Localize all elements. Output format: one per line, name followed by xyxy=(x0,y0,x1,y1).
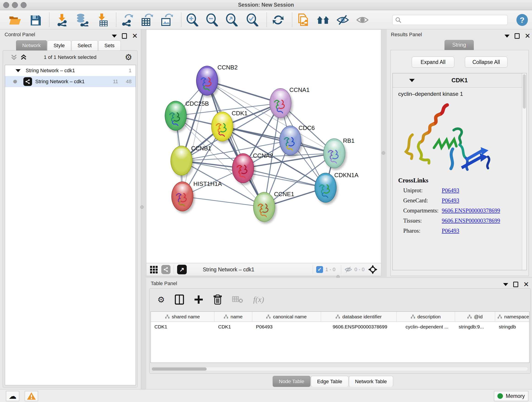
show-all-eye-icon[interactable] xyxy=(356,13,369,26)
table-cell[interactable]: 9606.ENSP00000378699 xyxy=(321,322,397,332)
column-header-id[interactable]: @id xyxy=(455,312,495,322)
tab-node-table[interactable]: Node Table xyxy=(273,376,310,387)
panel-menu-icon[interactable] xyxy=(503,283,508,286)
zoom-selected-icon[interactable] xyxy=(246,13,259,26)
open-session-icon[interactable] xyxy=(9,13,22,26)
gene-header[interactable]: CDK1 xyxy=(393,73,526,88)
network-node-cdk1[interactable] xyxy=(211,112,233,141)
tab-select[interactable]: Select xyxy=(71,40,98,51)
table-options-gear-icon[interactable]: ⚙ xyxy=(157,295,165,304)
network-node-cdc6[interactable] xyxy=(279,126,301,155)
crosslink-link[interactable]: P06493 xyxy=(442,187,459,194)
results-scrollbar[interactable] xyxy=(522,73,526,270)
tab-network[interactable]: Network xyxy=(16,40,47,51)
save-session-icon[interactable] xyxy=(29,13,42,26)
zoom-in-icon[interactable] xyxy=(186,13,199,26)
network-node-ccna2[interactable] xyxy=(232,153,254,183)
add-column-icon[interactable] xyxy=(194,295,203,304)
panel-close-icon[interactable]: ✕ xyxy=(525,33,530,39)
gene-collapse-icon[interactable] xyxy=(409,79,415,82)
protein-structure-thumbnail xyxy=(175,188,191,208)
panel-float-icon[interactable] xyxy=(122,33,127,39)
panel-float-icon[interactable] xyxy=(515,33,520,39)
panel-menu-icon[interactable] xyxy=(505,35,510,38)
first-neighbors-icon[interactable] xyxy=(317,13,329,26)
crosslink-link[interactable]: P06493 xyxy=(442,197,459,204)
table-cell[interactable]: cyclin–dependent ... xyxy=(397,322,455,332)
tab-string[interactable]: String xyxy=(444,40,474,50)
table-cell[interactable]: CDK1 xyxy=(151,322,215,332)
crosslink-link[interactable]: 9606.ENSP00000378699 xyxy=(442,207,500,214)
network-node-ccnb2[interactable] xyxy=(196,66,218,96)
network-edge[interactable] xyxy=(182,81,207,196)
tab-network-table[interactable]: Network Table xyxy=(349,376,393,387)
network-node-hist1h1a[interactable] xyxy=(171,182,193,211)
column-header-namespace[interactable]: namespace xyxy=(495,312,530,322)
network-node-cdkn1a[interactable] xyxy=(315,173,336,203)
current-network-title: String Network – cdk1 xyxy=(203,267,310,273)
warnings-button[interactable] xyxy=(25,391,38,401)
open-in-new-window-icon[interactable]: ↗ xyxy=(177,265,187,274)
network-edge[interactable] xyxy=(222,127,334,153)
column-header-database-identifier[interactable]: database identifier xyxy=(321,312,397,322)
duplicate-network-icon[interactable] xyxy=(297,13,310,26)
column-header-name[interactable]: name xyxy=(215,312,252,322)
left-splitter-handle[interactable] xyxy=(140,205,144,209)
network-edge[interactable] xyxy=(207,81,280,103)
import-network-database-icon[interactable] xyxy=(76,13,89,26)
column-header-shared-name[interactable]: shared name xyxy=(151,312,215,322)
apply-layout-refresh-icon[interactable] xyxy=(272,13,285,26)
zoom-out-icon[interactable] xyxy=(206,13,219,26)
panel-menu-icon[interactable] xyxy=(112,35,117,38)
table-cell[interactable]: stringdb xyxy=(495,322,530,332)
network-node-ccnb1[interactable] xyxy=(171,146,192,176)
collapse-all-button[interactable]: Collapse All xyxy=(465,57,507,68)
table-horizontal-scrollbar[interactable] xyxy=(151,367,528,371)
table-row[interactable]: CDK1CDK1P064939606.ENSP00000378699cyclin… xyxy=(151,322,529,332)
selected-checkbox-icon[interactable]: ✓ xyxy=(316,266,323,273)
cloud-status-button[interactable]: ☁ xyxy=(6,391,19,401)
delete-column-icon[interactable] xyxy=(213,294,222,305)
network-node-ccne1[interactable] xyxy=(253,192,275,222)
export-network-icon[interactable] xyxy=(121,13,134,26)
network-collection-row[interactable]: String Network – cdk1 1 xyxy=(5,65,136,76)
export-image-icon[interactable] xyxy=(160,13,173,26)
network-edge[interactable] xyxy=(182,196,264,207)
network-row[interactable]: String Network – cdk1 11 48 xyxy=(5,76,136,87)
export-table-icon[interactable] xyxy=(141,13,153,26)
panel-close-icon[interactable]: ✕ xyxy=(132,33,138,39)
column-header-description[interactable]: description xyxy=(397,312,455,322)
network-node-cdc25b[interactable] xyxy=(165,101,187,131)
tab-sets[interactable]: Sets xyxy=(98,40,121,51)
import-table-file-icon[interactable] xyxy=(96,13,109,26)
center-view-crosshair-icon[interactable] xyxy=(368,265,377,274)
crosslink-link[interactable]: P06493 xyxy=(442,228,459,234)
collection-expand-icon[interactable] xyxy=(16,69,21,72)
birdseye-grid-icon[interactable] xyxy=(150,266,158,274)
table-cell[interactable]: CDK1 xyxy=(215,322,252,332)
network-node-ccna1[interactable] xyxy=(269,88,291,118)
column-header-canonical-name[interactable]: canonical name xyxy=(252,312,321,322)
import-network-file-icon[interactable] xyxy=(56,13,68,26)
zoom-fit-icon[interactable] xyxy=(225,13,238,26)
tab-edge-table[interactable]: Edge Table xyxy=(311,376,348,387)
expand-all-button[interactable]: Expand All xyxy=(412,57,454,68)
show-columns-icon[interactable] xyxy=(175,294,184,305)
right-splitter-handle[interactable] xyxy=(382,151,385,155)
network-overview-icon[interactable] xyxy=(161,265,171,274)
panel-float-icon[interactable] xyxy=(513,282,518,287)
network-options-gear-icon[interactable]: ⚙ xyxy=(125,52,132,62)
node-table[interactable]: shared namenamecanonical namedatabase id… xyxy=(151,312,530,363)
help-button[interactable]: ? xyxy=(516,14,528,26)
crosslink-link[interactable]: 9606.ENSP00000378699 xyxy=(442,217,500,224)
network-node-rb1[interactable] xyxy=(323,138,345,168)
search-input[interactable] xyxy=(401,16,507,24)
panel-close-icon[interactable]: ✕ xyxy=(523,282,529,287)
network-edge[interactable] xyxy=(207,81,264,207)
table-cell[interactable]: P06493 xyxy=(252,322,321,332)
network-canvas[interactable]: CCNB2CCNA1CDC25BCDK1CDC6RB1CCNB1CCNA2CDK… xyxy=(146,29,381,263)
hide-selected-eye-icon[interactable] xyxy=(336,13,349,26)
tab-style[interactable]: Style xyxy=(47,40,71,51)
memory-button[interactable]: Memory xyxy=(494,391,528,401)
table-cell[interactable]: stringdb:9... xyxy=(455,322,495,332)
